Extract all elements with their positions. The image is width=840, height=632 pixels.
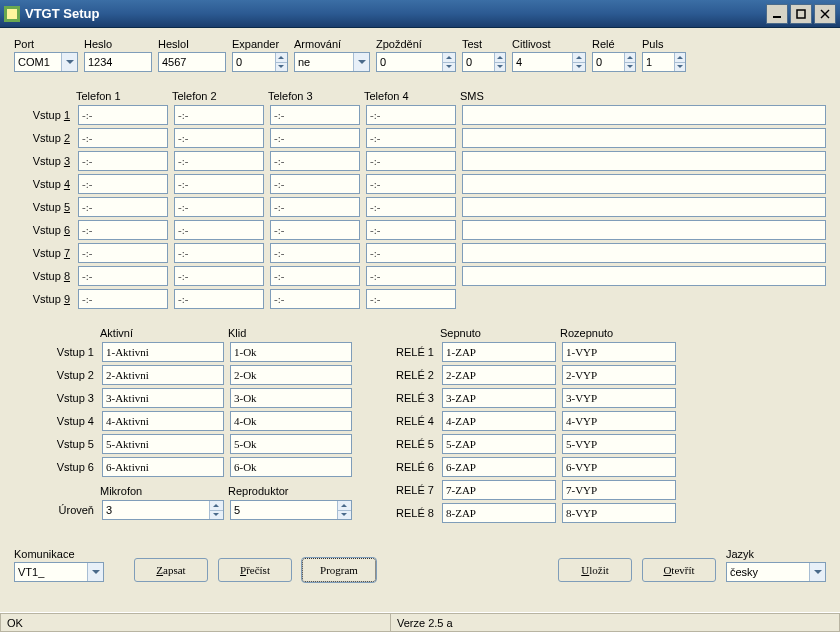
aktivni-input[interactable] <box>102 342 224 362</box>
rozepnuto-input[interactable] <box>562 503 676 523</box>
zpozdeni-spin[interactable] <box>376 52 456 72</box>
close-button[interactable] <box>814 4 836 24</box>
puls-value[interactable] <box>643 53 674 71</box>
heslo-input[interactable] <box>84 52 152 72</box>
arrow-up-icon[interactable] <box>495 53 505 63</box>
sms-input[interactable] <box>462 128 826 148</box>
sepnuto-input[interactable] <box>442 365 556 385</box>
maximize-button[interactable] <box>790 4 812 24</box>
rozepnuto-input[interactable] <box>562 388 676 408</box>
telefon-input[interactable] <box>366 174 456 194</box>
sms-input[interactable] <box>462 243 826 263</box>
arrow-up-icon[interactable] <box>276 53 287 63</box>
rozepnuto-input[interactable] <box>562 457 676 477</box>
arrow-down-icon[interactable] <box>276 63 287 72</box>
rele-spin[interactable] <box>592 52 636 72</box>
klid-input[interactable] <box>230 434 352 454</box>
sms-input[interactable] <box>462 174 826 194</box>
reproduktor-spin[interactable] <box>230 500 352 520</box>
sepnuto-input[interactable] <box>442 457 556 477</box>
arrow-down-icon[interactable] <box>443 63 455 72</box>
mikrofon-spin[interactable] <box>102 500 224 520</box>
armovani-combo[interactable]: ne <box>294 52 370 72</box>
rozepnuto-input[interactable] <box>562 434 676 454</box>
telefon-input[interactable] <box>366 151 456 171</box>
telefon-input[interactable] <box>174 266 264 286</box>
telefon-input[interactable] <box>270 243 360 263</box>
mikrofon-value[interactable] <box>103 501 209 519</box>
telefon-input[interactable] <box>366 220 456 240</box>
telefon-input[interactable] <box>78 105 168 125</box>
telefon-input[interactable] <box>78 243 168 263</box>
telefon-input[interactable] <box>270 105 360 125</box>
sms-input[interactable] <box>462 151 826 171</box>
telefon-input[interactable] <box>270 289 360 309</box>
telefon-input[interactable] <box>174 243 264 263</box>
klid-input[interactable] <box>230 342 352 362</box>
telefon-input[interactable] <box>78 197 168 217</box>
sepnuto-input[interactable] <box>442 503 556 523</box>
arrow-down-icon[interactable] <box>210 511 223 520</box>
citlivost-value[interactable] <box>513 53 572 71</box>
telefon-input[interactable] <box>366 105 456 125</box>
zapsat-button[interactable]: Zapsat <box>134 558 208 582</box>
heslol-input[interactable] <box>158 52 226 72</box>
arrow-up-icon[interactable] <box>573 53 585 63</box>
telefon-input[interactable] <box>78 266 168 286</box>
telefon-input[interactable] <box>174 289 264 309</box>
ulozit-button[interactable]: Uložit <box>558 558 632 582</box>
arrow-down-icon[interactable] <box>338 511 351 520</box>
otevrit-button[interactable]: Otevřít <box>642 558 716 582</box>
telefon-input[interactable] <box>174 105 264 125</box>
aktivni-input[interactable] <box>102 365 224 385</box>
sms-input[interactable] <box>462 266 826 286</box>
telefon-input[interactable] <box>270 220 360 240</box>
telefon-input[interactable] <box>270 128 360 148</box>
telefon-input[interactable] <box>78 128 168 148</box>
rozepnuto-input[interactable] <box>562 480 676 500</box>
rozepnuto-input[interactable] <box>562 365 676 385</box>
puls-spin[interactable] <box>642 52 686 72</box>
arrow-up-icon[interactable] <box>675 53 685 63</box>
aktivni-input[interactable] <box>102 434 224 454</box>
telefon-input[interactable] <box>174 151 264 171</box>
rozepnuto-input[interactable] <box>562 342 676 362</box>
telefon-input[interactable] <box>366 128 456 148</box>
rozepnuto-input[interactable] <box>562 411 676 431</box>
arrow-down-icon[interactable] <box>573 63 585 72</box>
expander-value[interactable] <box>233 53 275 71</box>
komunikace-combo[interactable]: VT1_ <box>14 562 104 582</box>
test-value[interactable] <box>463 53 494 71</box>
sepnuto-input[interactable] <box>442 434 556 454</box>
telefon-input[interactable] <box>270 151 360 171</box>
reproduktor-value[interactable] <box>231 501 337 519</box>
arrow-down-icon[interactable] <box>625 63 635 72</box>
klid-input[interactable] <box>230 365 352 385</box>
klid-input[interactable] <box>230 457 352 477</box>
arrow-up-icon[interactable] <box>338 501 351 511</box>
telefon-input[interactable] <box>174 128 264 148</box>
aktivni-input[interactable] <box>102 411 224 431</box>
zpozdeni-value[interactable] <box>377 53 442 71</box>
sepnuto-input[interactable] <box>442 342 556 362</box>
port-combo[interactable]: COM1 <box>14 52 78 72</box>
aktivni-input[interactable] <box>102 388 224 408</box>
arrow-up-icon[interactable] <box>210 501 223 511</box>
telefon-input[interactable] <box>270 266 360 286</box>
telefon-input[interactable] <box>174 174 264 194</box>
arrow-up-icon[interactable] <box>625 53 635 63</box>
sms-input[interactable] <box>462 197 826 217</box>
precist-button[interactable]: Přečíst <box>218 558 292 582</box>
minimize-button[interactable] <box>766 4 788 24</box>
sms-input[interactable] <box>462 105 826 125</box>
telefon-input[interactable] <box>270 174 360 194</box>
telefon-input[interactable] <box>366 289 456 309</box>
aktivni-input[interactable] <box>102 457 224 477</box>
sms-input[interactable] <box>462 220 826 240</box>
telefon-input[interactable] <box>174 220 264 240</box>
telefon-input[interactable] <box>366 243 456 263</box>
klid-input[interactable] <box>230 411 352 431</box>
telefon-input[interactable] <box>270 197 360 217</box>
program-button[interactable]: Program <box>302 558 376 582</box>
jazyk-combo[interactable]: česky <box>726 562 826 582</box>
